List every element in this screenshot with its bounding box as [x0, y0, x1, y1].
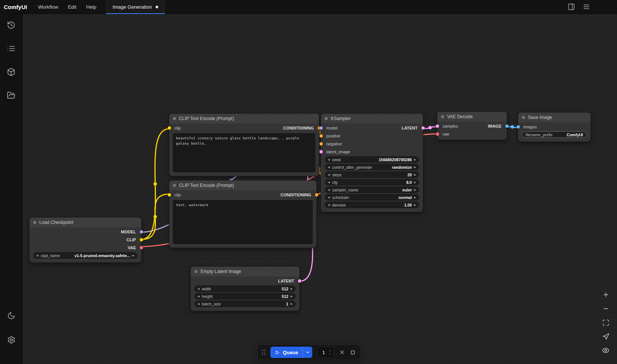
tab-image-generation[interactable]: Image Generation	[106, 0, 165, 14]
decrement-arrow-icon[interactable]	[328, 204, 330, 206]
collapse-dot[interactable]	[441, 115, 444, 118]
output-slot-image[interactable]	[505, 124, 509, 128]
decrement-arrow-icon[interactable]	[328, 196, 330, 199]
node-header[interactable]: CLIP Text Encode (Prompt)	[169, 180, 316, 190]
theme-moon-icon[interactable]	[7, 311, 16, 320]
panel-toggle-icon[interactable]	[567, 3, 575, 11]
decrement-icon[interactable]	[328, 352, 332, 356]
input-slot-clip[interactable]	[168, 193, 171, 196]
collapse-dot[interactable]	[522, 116, 525, 119]
decrement-arrow-icon[interactable]	[328, 173, 330, 176]
input-slot-vae[interactable]	[436, 132, 439, 136]
widget-seed[interactable]: seed 156680208700286	[325, 156, 419, 163]
decrement-arrow-icon[interactable]	[197, 302, 199, 305]
queue-options-chevron[interactable]	[302, 347, 312, 358]
prompt-textarea[interactable]: beautiful scenery nature glass bottle la…	[173, 133, 315, 172]
widget-sampler-name[interactable]: sampler_name euler	[325, 187, 419, 193]
queue-button[interactable]: Queue	[270, 347, 312, 358]
collapse-dot[interactable]	[173, 184, 176, 187]
node-header[interactable]: KSampler	[321, 114, 423, 123]
node-empty-latent-image[interactable]: Empty Latent Image LATENT width 512 heig…	[191, 267, 299, 311]
increment-icon[interactable]	[328, 349, 332, 352]
output-slot-conditioning[interactable]	[315, 193, 318, 196]
decrement-arrow-icon[interactable]	[328, 181, 330, 184]
collapse-dot[interactable]	[325, 117, 328, 120]
input-slot-clip[interactable]	[168, 126, 171, 130]
fit-view-icon[interactable]	[602, 319, 609, 326]
node-graph-canvas[interactable]	[23, 14, 617, 364]
widget-cfg[interactable]: cfg 8.0	[325, 179, 419, 185]
decrement-arrow-icon[interactable]	[328, 158, 330, 161]
input-slot-latent-image[interactable]	[319, 150, 323, 153]
node-header[interactable]: Save Image	[518, 113, 591, 122]
zoom-out-icon[interactable]	[602, 305, 609, 312]
toggle-visibility-eye-icon[interactable]	[602, 347, 609, 354]
node-save-image[interactable]: Save Image images filename_prefix ComfyU…	[518, 113, 591, 142]
input-slot-positive[interactable]	[319, 134, 323, 137]
output-slot-latent[interactable]	[298, 279, 301, 282]
zoom-in-icon[interactable]	[602, 291, 609, 298]
drag-handle[interactable]	[262, 350, 265, 355]
output-slot-latent[interactable]	[421, 126, 425, 130]
stop-icon[interactable]	[350, 350, 356, 355]
widget-ckpt-name[interactable]: ckpt_name v1-5-pruned-emaonly.safete...	[33, 252, 137, 259]
widget-denoise[interactable]: denoise 1.00	[325, 202, 419, 208]
input-slot-model[interactable]	[319, 126, 323, 130]
decrement-arrow-icon[interactable]	[328, 166, 330, 168]
decrement-arrow-icon[interactable]	[328, 188, 330, 191]
widget-control-after-generate[interactable]: control_after_generate randomize	[325, 164, 419, 170]
menu-edit[interactable]: Edit	[63, 0, 81, 14]
widget-filename-prefix[interactable]: filename_prefix ComfyUI	[522, 131, 587, 138]
widget-batch-size[interactable]: batch_size 1	[194, 301, 296, 307]
batch-count-stepper[interactable]: 1	[317, 347, 334, 358]
increment-arrow-icon[interactable]	[291, 287, 293, 290]
input-slot-negative[interactable]	[319, 142, 323, 145]
decrement-arrow-icon[interactable]	[36, 254, 38, 257]
queue-list-icon[interactable]	[7, 44, 16, 53]
decrement-arrow-icon[interactable]	[197, 287, 199, 290]
widget-steps[interactable]: steps 20	[325, 171, 419, 178]
increment-arrow-icon[interactable]	[414, 181, 416, 184]
node-clip-text-encode-negative[interactable]: CLIP Text Encode (Prompt) clip CONDITION…	[169, 180, 316, 248]
pan-mode-icon[interactable]	[602, 333, 609, 340]
collapse-dot[interactable]	[33, 221, 36, 224]
node-header[interactable]: Empty Latent Image	[191, 267, 299, 276]
increment-arrow-icon[interactable]	[414, 166, 416, 168]
input-slot-samples[interactable]	[436, 124, 439, 128]
menu-workflow[interactable]: Workflow	[33, 0, 63, 14]
hamburger-menu-icon[interactable]	[582, 3, 591, 11]
node-ksampler[interactable]: KSampler model LATENT positive negative …	[321, 114, 423, 212]
clear-queue-icon[interactable]	[339, 349, 345, 355]
menu-help[interactable]: Help	[81, 0, 101, 14]
widget-scheduler[interactable]: scheduler normal	[325, 194, 419, 201]
widget-height[interactable]: height 512	[194, 293, 296, 299]
workflows-folder-icon[interactable]	[7, 91, 16, 100]
output-slot-vae[interactable]	[140, 246, 143, 249]
node-header[interactable]: VAE Decode	[437, 112, 507, 122]
node-vae-decode[interactable]: VAE Decode samples IMAGE vae	[437, 112, 507, 140]
node-title: Load Checkpoint	[39, 220, 73, 225]
increment-arrow-icon[interactable]	[414, 204, 416, 206]
collapse-dot[interactable]	[173, 117, 176, 120]
output-slot-clip[interactable]	[140, 238, 143, 241]
increment-arrow-icon[interactable]	[414, 173, 416, 176]
node-header[interactable]: CLIP Text Encode (Prompt)	[169, 114, 319, 123]
prompt-textarea[interactable]: text, watermark	[173, 200, 313, 244]
increment-arrow-icon[interactable]	[414, 196, 416, 199]
settings-gear-icon[interactable]	[7, 335, 16, 344]
decrement-arrow-icon[interactable]	[197, 295, 199, 298]
model-library-cube-icon[interactable]	[7, 67, 16, 76]
input-slot-images[interactable]	[517, 125, 520, 128]
increment-arrow-icon[interactable]	[414, 158, 416, 161]
increment-arrow-icon[interactable]	[291, 295, 293, 298]
history-icon[interactable]	[7, 20, 16, 29]
increment-arrow-icon[interactable]	[133, 254, 134, 257]
node-load-checkpoint[interactable]: Load Checkpoint MODEL CLIP VAE ckpt_name…	[29, 217, 141, 262]
increment-arrow-icon[interactable]	[414, 188, 416, 191]
node-clip-text-encode-positive[interactable]: CLIP Text Encode (Prompt) clip CONDITION…	[169, 114, 319, 176]
node-header[interactable]: Load Checkpoint	[29, 217, 141, 227]
increment-arrow-icon[interactable]	[291, 302, 293, 305]
widget-width[interactable]: width 512	[194, 285, 296, 292]
collapse-dot[interactable]	[194, 270, 197, 273]
output-slot-model[interactable]	[140, 230, 143, 233]
